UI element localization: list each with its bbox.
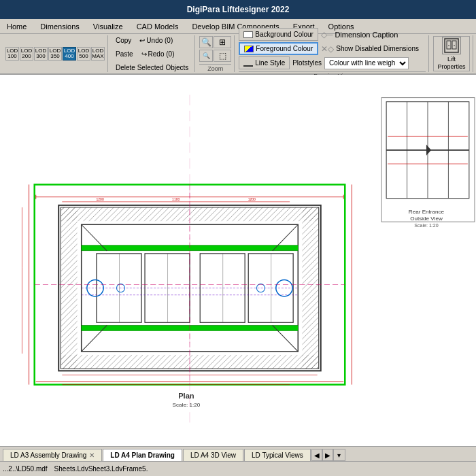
zoom-section: 🔍 ⊞ 🔍 ⬚ Zoom <box>197 35 235 72</box>
lift-properties-label: LiftProperties <box>437 56 465 71</box>
menu-visualize[interactable]: Visualize <box>86 19 130 33</box>
menu-dimensions[interactable]: Dimensions <box>33 19 86 33</box>
main-area: 1200 1100 1200 Plan <box>0 75 476 446</box>
lod-300-button[interactable]: LOD300 <box>34 47 48 61</box>
line-style-label: Line Style <box>255 59 285 67</box>
main-drawing: 1200 1100 1200 Plan <box>0 75 476 446</box>
app-title: DigiPara Liftdesigner 2022 <box>187 5 290 14</box>
tab-3d-label: LD A4 3D View <box>190 452 236 459</box>
lod-500-button[interactable]: LOD500 <box>77 47 90 61</box>
lod-200-button[interactable]: LOD200 <box>20 47 33 61</box>
redo-button[interactable]: ↪ Redo (0) <box>138 48 178 60</box>
titlebar: DigiPara Liftdesigner 2022 <box>0 0 476 19</box>
status-file: ...2..\LD50.mdf <box>3 465 48 473</box>
lod-100-button[interactable]: LOD100 <box>5 47 19 61</box>
undo-button[interactable]: ↩ Undo (0) <box>136 34 176 46</box>
zoom-label: Zoom <box>199 64 231 72</box>
svg-text:1200: 1200 <box>96 197 103 201</box>
dimension-caption-icon: ◇─ <box>321 30 333 39</box>
toolbar: LOD100 LOD200 LOD300 LOD350 LOD400 LOD50… <box>0 34 476 75</box>
canvas-area[interactable]: 1200 1100 1200 Plan <box>0 75 476 446</box>
lod-350-button[interactable]: LOD350 <box>48 47 62 61</box>
dimension-caption-label: Dimension Caption <box>335 31 398 39</box>
edit-section: Copy ↩ Undo (0) Paste ↪ Redo (0) Delete … <box>109 35 195 72</box>
tab-prev-button[interactable]: ◀ <box>311 449 322 461</box>
statusbar: ...2..\LD50.mdf Sheets.LdvSheet3.LdvFram… <box>0 461 476 476</box>
lift-properties-button[interactable]: LiftProperties <box>433 36 470 71</box>
lod-400-button[interactable]: LOD400 <box>63 47 76 61</box>
svg-rect-10 <box>302 207 318 369</box>
lod-buttons: LOD100 LOD200 LOD300 LOD350 LOD400 LOD50… <box>5 47 105 61</box>
tab-assembly[interactable]: LD A3 Assembly Drawing ✕ <box>3 449 102 461</box>
show-disabled-dimensions-label: Show Disabled Dimensions <box>336 45 419 52</box>
svg-text:Outside View: Outside View <box>410 216 443 222</box>
background-colour-swatch <box>243 31 253 38</box>
plotstyles-select[interactable]: Colour with line weigh <box>324 57 409 69</box>
tab-assembly-close[interactable]: ✕ <box>89 452 95 459</box>
zoom-fit-button[interactable]: ⊞ <box>214 36 231 48</box>
line-style-button[interactable]: Line Style <box>239 56 290 69</box>
menu-cad-models[interactable]: CAD Models <box>130 19 186 33</box>
lift-properties-icon <box>442 37 461 54</box>
svg-text:Scale: 1:20: Scale: 1:20 <box>173 402 201 408</box>
zoom-window-button[interactable]: ⬚ <box>214 50 231 62</box>
svg-rect-9 <box>61 207 77 369</box>
paste-button[interactable]: Paste <box>112 48 137 60</box>
svg-text:Rear Entrance: Rear Entrance <box>409 209 445 215</box>
lod-max-button[interactable]: LODMAX <box>91 47 105 61</box>
tab-plan[interactable]: LD A4 Plan Drawing <box>103 449 182 461</box>
delete-button[interactable]: Delete Selected Objects <box>112 61 192 73</box>
foreground-colour-label: Foreground Colour <box>256 45 313 52</box>
svg-text:1200: 1200 <box>248 197 256 201</box>
status-sheets: Sheets.LdvSheet3.LdvFrame5. <box>54 465 148 473</box>
background-colour-button[interactable]: Background Colour <box>239 28 318 41</box>
copy-button[interactable]: Copy <box>112 34 135 46</box>
bottom-tabs: LD A3 Assembly Drawing ✕ LD A4 Plan Draw… <box>0 446 476 461</box>
background-colour-label: Background Colour <box>255 31 313 38</box>
svg-text:Plan: Plan <box>178 392 194 400</box>
tab-next-button[interactable]: ▶ <box>322 449 333 461</box>
foreground-colour-button[interactable]: Foreground Colour <box>239 42 318 55</box>
svg-text:1100: 1100 <box>172 197 180 201</box>
show-disabled-icon: ✕◇ <box>321 44 334 54</box>
menu-home[interactable]: Home <box>0 19 33 33</box>
tab-typical[interactable]: LD Typical Views <box>244 449 311 461</box>
tab-plan-label: LD A4 Plan Drawing <box>110 452 175 459</box>
plotstyles-label: Plotstyles <box>292 59 322 67</box>
zoom-in-button[interactable]: 🔍 <box>199 36 213 48</box>
drawing-view-section: Background Colour ◇─ Dimension Caption F… <box>236 35 429 72</box>
lod-section: LOD100 LOD200 LOD300 LOD350 LOD400 LOD50… <box>3 35 108 72</box>
tab-3d[interactable]: LD A4 3D View <box>183 449 243 461</box>
foreground-colour-swatch <box>244 46 254 52</box>
svg-text:Scale: 1:20: Scale: 1:20 <box>414 223 439 228</box>
tab-assembly-label: LD A3 Assembly Drawing <box>10 452 86 459</box>
show-disabled-dimensions-container: ✕◇ Show Disabled Dimensions <box>321 44 419 54</box>
lift-properties-section: LiftProperties <box>430 35 473 72</box>
tab-list-button[interactable]: ▾ <box>333 449 345 461</box>
zoom-out-button[interactable]: 🔍 <box>199 50 213 62</box>
line-style-swatch <box>243 60 253 67</box>
dimension-caption-container: ◇─ Dimension Caption <box>321 30 398 39</box>
tab-typical-label: LD Typical Views <box>252 452 303 459</box>
